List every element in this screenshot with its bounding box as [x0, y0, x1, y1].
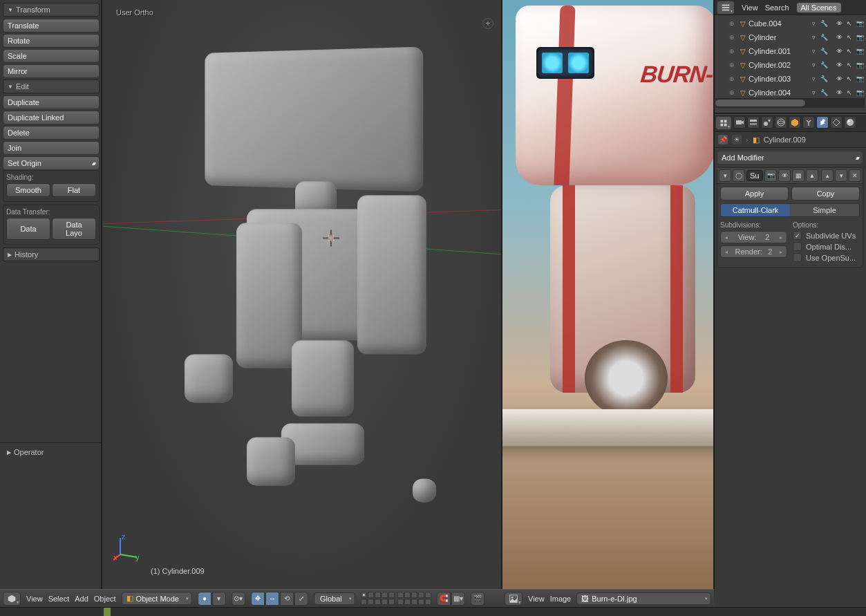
duplicate-button[interactable]: Duplicate: [3, 95, 100, 109]
visibility-toggle[interactable]: 👁: [834, 32, 844, 42]
viewport-3d[interactable]: User Ortho + z y x (1) Cylinder.009: [102, 0, 502, 589]
menu-add[interactable]: Add: [75, 595, 88, 603]
expand-icon[interactable]: ⊕: [729, 34, 737, 41]
transform-orientation-selector[interactable]: Global ▾: [314, 592, 355, 605]
expand-icon[interactable]: ⊕: [729, 62, 737, 68]
tab-render[interactable]: [733, 116, 746, 129]
expand-icon[interactable]: ⊕: [729, 89, 737, 96]
scale-button[interactable]: Scale: [3, 49, 100, 63]
layer-button[interactable]: [397, 599, 404, 605]
pin-icon[interactable]: 📌: [718, 135, 728, 144]
menu-view[interactable]: View: [528, 595, 545, 603]
modifier-name-field[interactable]: Su: [746, 170, 763, 181]
layer-button[interactable]: [418, 599, 424, 605]
layer-button[interactable]: [404, 592, 411, 598]
editor-type-selector[interactable]: ▾: [715, 116, 732, 130]
layer-button[interactable]: [368, 599, 374, 605]
outliner-item[interactable]: ⊕ ▽ Cube.004 ▿ 🔧 👁 ↖ 📷: [714, 17, 866, 30]
n-panel-toggle[interactable]: +: [482, 18, 493, 29]
menu-image[interactable]: Image: [550, 595, 572, 603]
uv-image-editor[interactable]: + BURN-: [502, 0, 714, 589]
outliner-scrollbar[interactable]: [715, 98, 865, 108]
modifier-icon[interactable]: 🔧: [819, 60, 829, 70]
modifier-icon[interactable]: 🔧: [819, 74, 829, 84]
visibility-toggle[interactable]: 👁: [834, 88, 844, 97]
outliner-menu-view[interactable]: View: [742, 3, 758, 12]
cage-toggle[interactable]: ▲: [806, 169, 818, 182]
delete-button[interactable]: Delete: [3, 126, 100, 140]
scene-layers[interactable]: [361, 592, 431, 605]
add-modifier-dropdown[interactable]: Add Modifier ▴▾: [717, 151, 863, 165]
layer-button[interactable]: [411, 599, 417, 605]
mesh-data-icon[interactable]: ▿: [809, 19, 818, 28]
layer-button[interactable]: [418, 592, 424, 598]
render-toggle[interactable]: 📷: [855, 32, 865, 42]
optimal-display-checkbox[interactable]: Optimal Dis...: [793, 242, 860, 251]
layer-button[interactable]: [361, 592, 367, 598]
visibility-toggle[interactable]: 👁: [834, 60, 844, 70]
layer-button[interactable]: [397, 592, 404, 598]
menu-view[interactable]: View: [26, 595, 43, 603]
subdivide-uvs-checkbox[interactable]: Subdivide UVs: [793, 231, 860, 240]
tab-modifiers[interactable]: [816, 116, 829, 129]
visibility-toggle[interactable]: 👁: [834, 46, 844, 56]
area-splitter[interactable]: [501, 0, 502, 589]
move-down-button[interactable]: ▾: [835, 169, 847, 182]
tab-data[interactable]: [830, 116, 843, 129]
layer-button[interactable]: [425, 599, 431, 605]
data-button[interactable]: Data: [6, 218, 50, 240]
layer-button[interactable]: [388, 599, 395, 605]
data-layout-button[interactable]: Data Layo: [52, 218, 96, 240]
timeline-current-frame[interactable]: [104, 608, 111, 616]
increment-icon[interactable]: ▸: [778, 249, 784, 255]
join-button[interactable]: Join: [3, 141, 100, 155]
duplicate-linked-button[interactable]: Duplicate Linked: [3, 111, 100, 124]
outliner-tree[interactable]: ⊕ ▽ Cube.004 ▿ 🔧 👁 ↖ 📷 ⊕ ▽ Cylinder ▿: [714, 15, 866, 98]
editor-type-selector[interactable]: ▾: [717, 1, 735, 15]
copy-button[interactable]: Copy: [791, 187, 860, 200]
expand-icon[interactable]: ⊕: [729, 75, 737, 82]
area-splitter[interactable]: [101, 0, 102, 589]
render-toggle[interactable]: 📷: [764, 169, 777, 182]
layer-button[interactable]: [361, 599, 367, 605]
modifier-icon[interactable]: 🔧: [819, 19, 829, 28]
manipulator-scale[interactable]: ⤢: [294, 592, 308, 606]
layer-button[interactable]: [425, 592, 431, 598]
render-subdivisions-field[interactable]: ◂ Render: 2 ▸: [720, 245, 787, 258]
shade-flat-button[interactable]: Flat: [52, 183, 96, 197]
layer-button[interactable]: [375, 599, 381, 605]
interaction-mode-selector[interactable]: ◧ Object Mode ▾: [122, 592, 192, 605]
apply-button[interactable]: Apply: [720, 187, 789, 200]
shading-solid[interactable]: ●: [198, 592, 211, 606]
scrollbar-thumb[interactable]: [715, 100, 805, 106]
outliner-item[interactable]: ⊕ ▽ Cylinder.002 ▿ 🔧 👁 ↖ 📷: [714, 58, 866, 72]
modifier-icon[interactable]: 🔧: [819, 88, 829, 97]
editor-type-selector[interactable]: ▾: [505, 592, 523, 606]
outliner-item[interactable]: ⊕ ▽ Cylinder.003 ▿ 🔧 👁 ↖ 📷: [714, 72, 866, 86]
move-up-button[interactable]: ▴: [821, 169, 834, 182]
mesh-data-icon[interactable]: ▿: [809, 88, 818, 97]
layer-button[interactable]: [411, 592, 417, 598]
view-subdivisions-field[interactable]: ◂ View: 2 ▸: [720, 231, 787, 243]
collapse-toggle[interactable]: ▾: [719, 169, 731, 182]
render-toggle[interactable]: 📷: [855, 19, 865, 28]
manipulator-rotate[interactable]: ⟲: [280, 592, 294, 606]
rotate-button[interactable]: Rotate: [3, 34, 100, 48]
editmode-toggle[interactable]: ▦: [792, 169, 804, 182]
modifier-icon[interactable]: 🔧: [819, 46, 829, 56]
pivot-selector[interactable]: ⊙▾: [232, 592, 245, 606]
image-datablock-selector[interactable]: 🖼 Burn-e-DI.jpg ▾: [576, 592, 711, 605]
menu-select[interactable]: Select: [48, 595, 70, 603]
selectable-toggle[interactable]: ↖: [845, 32, 854, 42]
render-toggle[interactable]: 📷: [855, 74, 865, 84]
expand-icon[interactable]: ⊕: [729, 48, 737, 55]
increment-icon[interactable]: ▸: [778, 234, 784, 241]
outliner-item[interactable]: ⊕ ▽ Cylinder.004 ▿ 🔧 👁 ↖ 📷: [714, 86, 866, 98]
history-panel-header[interactable]: ▶ History: [3, 248, 100, 261]
mesh-data-icon[interactable]: ▿: [809, 60, 818, 70]
visibility-toggle[interactable]: 👁: [834, 74, 844, 84]
render-toggle[interactable]: 📷: [855, 46, 865, 56]
editor-type-selector[interactable]: ▾: [3, 592, 21, 606]
decrement-icon[interactable]: ◂: [724, 249, 729, 255]
timeline[interactable]: [0, 607, 866, 616]
